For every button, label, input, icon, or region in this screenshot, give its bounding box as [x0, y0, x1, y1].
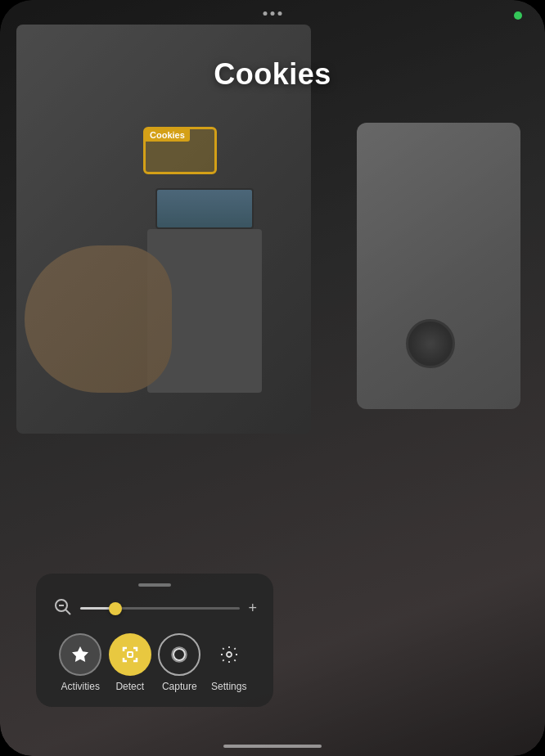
bottom-panel: + Activities — [36, 574, 273, 707]
settings-icon-container — [208, 633, 250, 676]
status-dot-2 — [271, 11, 275, 16]
detect-label: Detect — [115, 681, 144, 692]
zoom-row: + — [49, 596, 260, 620]
panel-handle — [138, 583, 171, 587]
status-dot-1 — [263, 11, 268, 16]
detect-button[interactable]: Detect — [109, 633, 151, 692]
activities-label: Activities — [61, 681, 100, 692]
activities-icon-container — [59, 633, 101, 676]
svg-point-7 — [227, 652, 232, 657]
detection-box[interactable]: Cookies — [143, 127, 217, 174]
zoom-slider-track[interactable] — [80, 607, 240, 610]
status-dots — [263, 11, 282, 16]
detected-title: Cookies — [0, 57, 545, 92]
detect-icon-container — [109, 633, 151, 676]
settings-label: Settings — [211, 681, 246, 692]
green-indicator — [514, 11, 522, 20]
svg-line-1 — [66, 610, 71, 615]
status-dot-3 — [278, 11, 282, 16]
svg-marker-3 — [72, 646, 88, 662]
zoom-out-icon[interactable] — [52, 596, 72, 620]
capture-icon-container — [158, 633, 200, 676]
home-indicator — [223, 745, 322, 748]
activities-button[interactable]: Activities — [59, 633, 101, 692]
svg-rect-4 — [128, 652, 133, 657]
svg-point-5 — [173, 649, 185, 660]
capture-button[interactable]: Capture — [158, 633, 200, 692]
detection-label: Cookies — [145, 128, 190, 142]
settings-button[interactable]: Settings — [208, 633, 250, 692]
buttons-row: Activities Detect — [49, 633, 260, 692]
zoom-thumb[interactable] — [109, 602, 122, 615]
zoom-plus-icon[interactable]: + — [248, 600, 257, 617]
capture-label: Capture — [162, 681, 197, 692]
